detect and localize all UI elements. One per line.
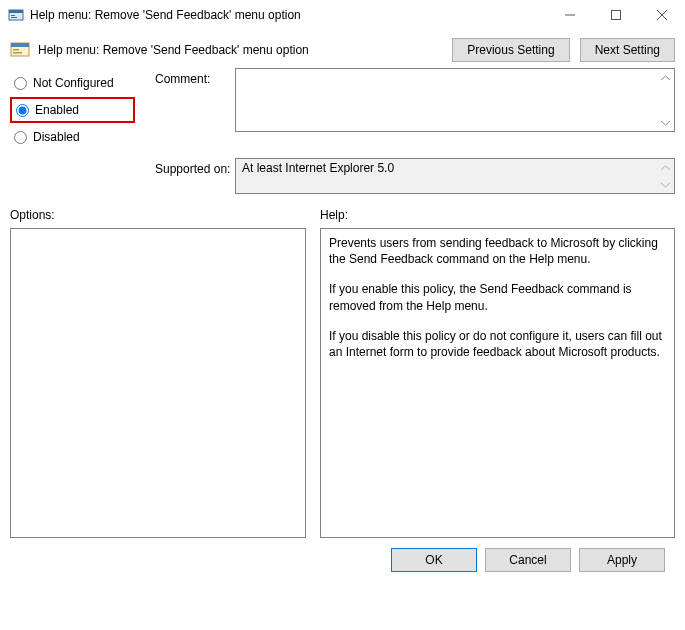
- help-label: Help:: [320, 208, 348, 222]
- options-label: Options:: [10, 208, 320, 222]
- previous-setting-button[interactable]: Previous Setting: [452, 38, 569, 62]
- window-controls: [547, 0, 685, 30]
- help-paragraph-3: If you disable this policy or do not con…: [329, 328, 666, 360]
- radio-enabled[interactable]: Enabled: [10, 97, 135, 123]
- radio-enabled-label: Enabled: [35, 103, 79, 117]
- svg-rect-11: [13, 52, 22, 54]
- apply-button[interactable]: Apply: [579, 548, 665, 572]
- policy-header-icon: [10, 40, 30, 60]
- svg-rect-5: [612, 11, 621, 20]
- radio-not-configured-label: Not Configured: [33, 76, 114, 90]
- help-pane: Prevents users from sending feedback to …: [320, 228, 675, 538]
- supported-on-value: At least Internet Explorer 5.0: [242, 161, 394, 175]
- options-pane: [10, 228, 306, 538]
- svg-rect-3: [11, 17, 17, 18]
- radio-enabled-input[interactable]: [16, 104, 29, 117]
- close-button[interactable]: [639, 0, 685, 30]
- policy-icon: [8, 7, 24, 23]
- help-paragraph-2: If you enable this policy, the Send Feed…: [329, 281, 666, 313]
- scroll-up-icon: [657, 159, 674, 176]
- scroll-down-icon: [657, 114, 674, 131]
- comment-label: Comment:: [155, 68, 235, 86]
- titlebar: Help menu: Remove 'Send Feedback' menu o…: [0, 0, 685, 30]
- ok-button[interactable]: OK: [391, 548, 477, 572]
- next-setting-button[interactable]: Next Setting: [580, 38, 675, 62]
- state-radio-group: Not Configured Enabled Disabled: [10, 68, 155, 150]
- comment-scrollbar[interactable]: [657, 69, 674, 131]
- cancel-button[interactable]: Cancel: [485, 548, 571, 572]
- radio-not-configured-input[interactable]: [14, 77, 27, 90]
- dialog-footer: OK Cancel Apply: [10, 538, 675, 572]
- minimize-button[interactable]: [547, 0, 593, 30]
- svg-rect-1: [9, 10, 23, 13]
- svg-rect-9: [11, 43, 29, 47]
- window-title: Help menu: Remove 'Send Feedback' menu o…: [30, 8, 547, 22]
- policy-name: Help menu: Remove 'Send Feedback' menu o…: [38, 43, 309, 57]
- svg-rect-2: [11, 15, 15, 16]
- maximize-button[interactable]: [593, 0, 639, 30]
- radio-not-configured[interactable]: Not Configured: [10, 70, 155, 96]
- svg-rect-10: [13, 49, 19, 51]
- supported-on-box: At least Internet Explorer 5.0: [235, 158, 675, 194]
- radio-disabled[interactable]: Disabled: [10, 124, 155, 150]
- radio-disabled-label: Disabled: [33, 130, 80, 144]
- comment-textarea[interactable]: [235, 68, 675, 132]
- help-paragraph-1: Prevents users from sending feedback to …: [329, 235, 666, 267]
- radio-disabled-input[interactable]: [14, 131, 27, 144]
- supported-scrollbar: [657, 159, 674, 193]
- scroll-up-icon: [657, 69, 674, 86]
- supported-label: Supported on:: [155, 158, 235, 176]
- scroll-down-icon: [657, 176, 674, 193]
